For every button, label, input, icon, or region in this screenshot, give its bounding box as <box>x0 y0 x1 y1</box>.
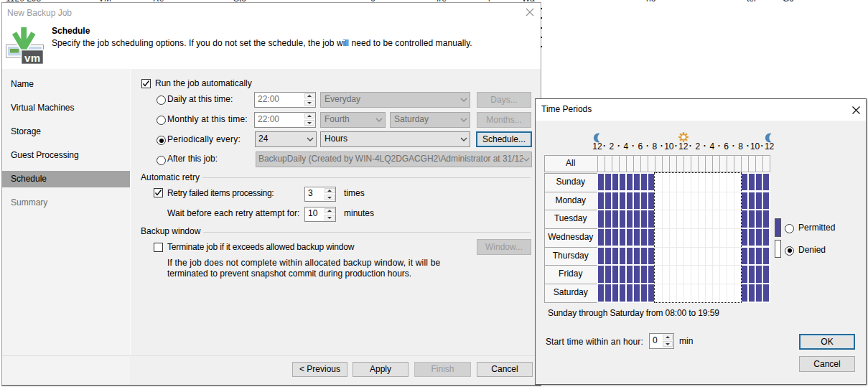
svg-text:vm: vm <box>24 52 40 64</box>
